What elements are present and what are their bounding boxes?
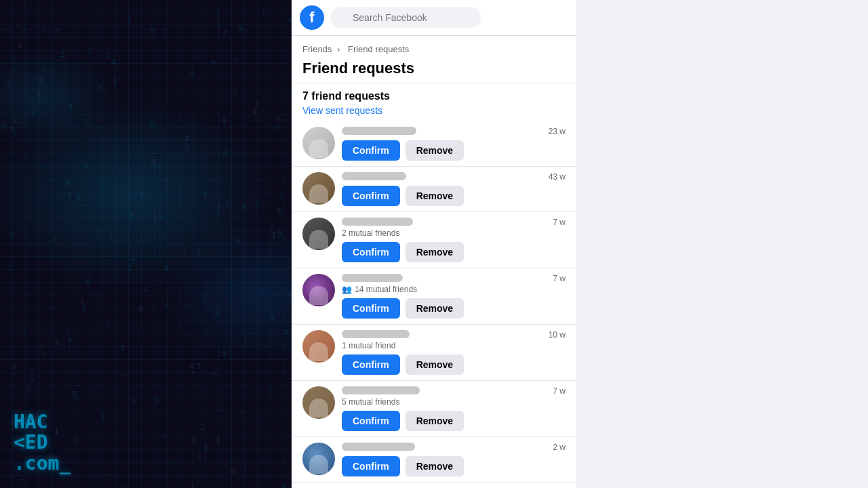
right-sidebar	[576, 0, 868, 488]
breadcrumb: Friends › Friend requests	[292, 36, 576, 57]
confirm-button[interactable]: Confirm	[342, 456, 400, 476]
fb-content: Friends › Friend requests Friend request…	[292, 36, 576, 488]
avatar	[302, 274, 335, 306]
request-time: 10 w	[549, 330, 566, 340]
request-info: 10 w1 mutual friendConfirmRemove	[342, 330, 566, 375]
avatar	[302, 443, 335, 475]
request-item: 10 w1 mutual friendConfirmRemove	[292, 325, 576, 381]
request-info: 7 w2 mutual friendsConfirmRemove	[342, 218, 566, 262]
request-name-blurred	[342, 386, 420, 394]
request-info: 7 w👥 14 mutual friendsConfirmRemove	[342, 274, 566, 319]
request-item: 7 w2 mutual friendsConfirmRemove	[292, 212, 576, 268]
remove-button[interactable]: Remove	[406, 411, 464, 431]
request-item: 2 wConfirmRemove	[292, 437, 576, 483]
request-mutual: 2 mutual friends	[342, 228, 566, 238]
request-item: 7 w5 mutual friendsConfirmRemove	[292, 381, 576, 437]
facebook-panel: f 🔍 Friends › Friend requests Friend req…	[292, 0, 576, 488]
request-info: 2 wConfirmRemove	[342, 443, 566, 476]
remove-button[interactable]: Remove	[406, 298, 464, 319]
request-actions: ConfirmRemove	[342, 242, 566, 262]
confirm-button[interactable]: Confirm	[342, 140, 400, 161]
avatar	[302, 172, 335, 205]
request-top-row: 7 w	[342, 274, 566, 285]
breadcrumb-current: Friend requests	[348, 44, 409, 54]
view-sent-requests-link[interactable]: View sent requests	[292, 105, 576, 121]
avatar	[302, 218, 335, 250]
request-time: 2 w	[553, 443, 566, 452]
request-time: 7 w	[553, 218, 566, 227]
request-item: 23 wConfirmRemove	[292, 121, 576, 167]
request-name-blurred	[342, 330, 410, 338]
breadcrumb-separator: ›	[337, 44, 340, 54]
request-actions: ConfirmRemove	[342, 186, 566, 206]
search-wrapper: 🔍	[331, 7, 568, 28]
remove-button[interactable]: Remove	[406, 354, 464, 375]
request-actions: ConfirmRemove	[342, 298, 566, 319]
confirm-button[interactable]: Confirm	[342, 411, 400, 431]
remove-button[interactable]: Remove	[406, 242, 464, 262]
requests-container: 23 wConfirmRemove43 wConfirmRemove7 w2 m…	[292, 121, 576, 483]
avatar	[302, 330, 335, 363]
confirm-button[interactable]: Confirm	[342, 242, 400, 262]
breadcrumb-parent[interactable]: Friends	[302, 44, 332, 54]
request-mutual: 👥 14 mutual friends	[342, 285, 566, 294]
request-actions: ConfirmRemove	[342, 411, 566, 431]
search-input[interactable]	[331, 7, 481, 28]
request-actions: ConfirmRemove	[342, 456, 566, 476]
page-title: Friend requests	[292, 57, 576, 83]
avatar	[302, 127, 335, 159]
request-mutual: 5 mutual friends	[342, 397, 566, 407]
confirm-button[interactable]: Confirm	[342, 298, 400, 319]
fb-logo: f	[300, 5, 324, 30]
request-info: 23 wConfirmRemove	[342, 127, 566, 161]
hack-watermark: HAC <ED .com_	[14, 412, 71, 474]
request-info: 7 w5 mutual friendsConfirmRemove	[342, 386, 566, 431]
request-name-blurred	[342, 218, 413, 226]
request-name-blurred	[342, 172, 406, 180]
request-top-row: 43 w	[342, 172, 566, 183]
request-name-blurred	[342, 127, 416, 135]
request-time: 23 w	[549, 127, 566, 136]
section-header: 7 friend requests	[292, 83, 576, 105]
confirm-button[interactable]: Confirm	[342, 186, 400, 206]
request-actions: ConfirmRemove	[342, 354, 566, 375]
request-name-blurred	[342, 274, 403, 282]
request-info: 43 wConfirmRemove	[342, 172, 566, 206]
request-top-row: 2 w	[342, 443, 566, 453]
request-top-row: 7 w	[342, 386, 566, 397]
remove-button[interactable]: Remove	[406, 456, 464, 476]
confirm-button[interactable]: Confirm	[342, 354, 400, 375]
mutual-icon: 👥	[342, 285, 352, 294]
request-name-blurred	[342, 443, 415, 451]
request-time: 7 w	[553, 386, 566, 396]
request-item: 43 wConfirmRemove	[292, 167, 576, 212]
request-item: 7 w👥 14 mutual friendsConfirmRemove	[292, 268, 576, 325]
fb-header: f 🔍	[292, 0, 576, 36]
request-actions: ConfirmRemove	[342, 140, 566, 161]
request-top-row: 23 w	[342, 127, 566, 138]
remove-button[interactable]: Remove	[406, 186, 464, 206]
remove-button[interactable]: Remove	[406, 140, 464, 161]
request-top-row: 10 w	[342, 330, 566, 341]
request-time: 7 w	[553, 274, 566, 283]
request-top-row: 7 w	[342, 218, 566, 228]
request-time: 43 w	[549, 172, 566, 182]
request-mutual: 1 mutual friend	[342, 341, 566, 350]
avatar	[302, 386, 335, 419]
